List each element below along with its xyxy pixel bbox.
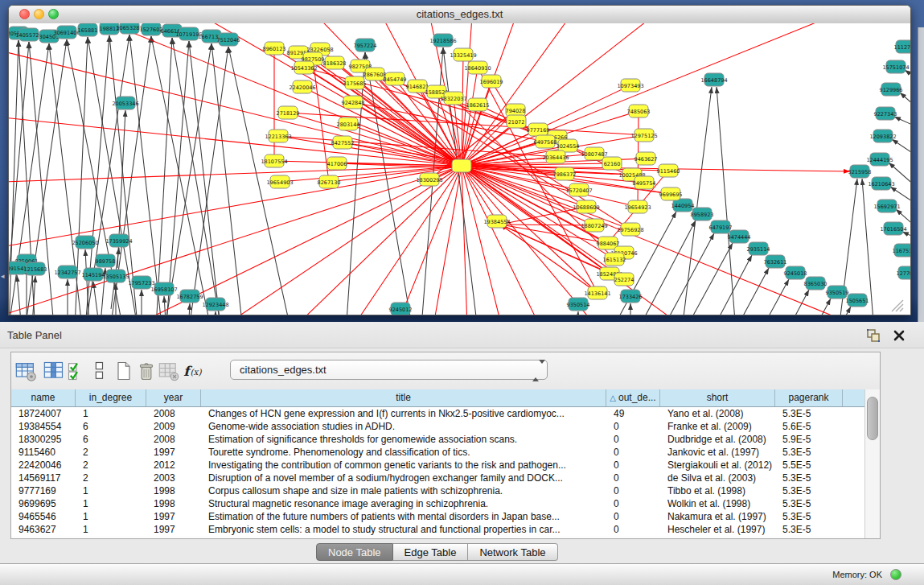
panel-collapse-arrow-icon[interactable]: ◂ <box>1 273 5 280</box>
graph-node[interactable]: 62160 <box>602 157 622 170</box>
graph-node[interactable] <box>452 159 471 172</box>
graph-node[interactable]: 6479197 <box>709 220 733 233</box>
graph-node[interactable]: 7957224 <box>354 39 377 51</box>
graph-node[interactable]: 17016504 <box>880 222 906 235</box>
column-header-in_degree[interactable]: in_degree <box>76 389 146 406</box>
graph-node[interactable]: 2935114 <box>747 242 770 255</box>
graph-node[interactable]: 7512046 <box>217 33 240 46</box>
tab-node-table[interactable]: Node Table <box>316 543 393 561</box>
graph-node[interactable]: 8960123 <box>263 42 286 55</box>
table-row[interactable]: 1456911722003Disruption of a novel membe… <box>11 472 867 484</box>
graph-node[interactable]: 8958923 <box>691 208 714 220</box>
column-header-year[interactable]: year <box>146 389 201 406</box>
graph-node[interactable]: 7986372 <box>553 167 577 180</box>
tab-network-table[interactable]: Network Table <box>468 543 557 561</box>
graph-node[interactable]: 25206050 <box>72 236 98 249</box>
window-titlebar[interactable]: citations_edges.txt <box>9 6 910 24</box>
graph-node[interactable]: 9350514 <box>567 298 590 311</box>
graph-node[interactable]: 9777169 <box>527 123 550 136</box>
graph-node[interactable]: 18107554 <box>261 154 287 167</box>
graph-node[interactable]: 989758 <box>96 254 116 267</box>
table-row[interactable]: 946554611997Estimation of the future num… <box>11 510 867 523</box>
table-options-icon[interactable] <box>14 360 37 382</box>
graph-node[interactable]: 1696019 <box>480 75 503 88</box>
graph-node[interactable]: 1505651 <box>846 294 869 307</box>
network-view-window[interactable]: citations_edges.txt 20551241405572430450… <box>8 5 911 315</box>
graph-node[interactable]: 252274 <box>614 273 634 286</box>
graph-node[interactable]: 417006 <box>327 157 347 170</box>
graph-node[interactable]: 3175685 <box>343 76 367 89</box>
graph-node[interactable]: 12923448 <box>202 298 228 311</box>
float-panel-icon[interactable] <box>866 328 881 343</box>
graph-node[interactable]: 165881 <box>78 23 98 36</box>
graph-node[interactable]: 13505135 <box>102 270 129 282</box>
show-columns-icon[interactable] <box>43 360 65 382</box>
graph-node[interactable]: 1862615 <box>466 98 490 111</box>
vertical-scrollbar[interactable] <box>864 389 880 538</box>
resize-grip-icon[interactable] <box>896 304 903 311</box>
table-row[interactable]: 1938455462009Genome-wide association stu… <box>11 420 867 433</box>
graph-node[interactable]: 1112753 <box>894 40 910 53</box>
graph-node[interactable]: 14055724 <box>15 28 42 41</box>
graph-node[interactable]: 2718129 <box>277 106 300 119</box>
graph-node[interactable]: 16958107 <box>150 282 177 295</box>
graph-node[interactable]: 9115460 <box>657 164 680 177</box>
graph-node[interactable]: 16210643 <box>868 177 894 190</box>
column-header-title[interactable]: title <box>201 389 606 406</box>
table-row[interactable]: 946362711997Embryonic stem cells: a mode… <box>11 523 867 536</box>
table-row[interactable]: 1830029562008Estimation of significance … <box>11 433 867 446</box>
table-row[interactable]: 911546021997Tourette syndrome. Phenomeno… <box>11 446 867 459</box>
close-panel-icon[interactable] <box>892 328 906 343</box>
graph-node[interactable]: 8267130 <box>318 175 341 188</box>
graph-node[interactable]: 16648794 <box>700 73 727 86</box>
column-header-short[interactable]: short <box>660 389 775 406</box>
graph-node[interactable]: 9242848 <box>342 96 365 109</box>
graph-node[interactable]: 7632611 <box>764 255 787 268</box>
graph-node[interactable]: 8186328 <box>323 56 347 69</box>
graph-node[interactable]: 20364436 <box>542 150 569 163</box>
graph-node[interactable]: 15751074 <box>882 60 909 73</box>
graph-node[interactable]: 22420046 <box>289 80 315 93</box>
graph-node[interactable]: 9129966 <box>880 83 903 96</box>
graph-node[interactable]: 18807249 <box>581 219 607 232</box>
graph-node[interactable]: 1615132 <box>603 253 626 266</box>
merge-rows-icon[interactable] <box>88 360 111 382</box>
graph-node[interactable]: 8454749 <box>384 72 407 85</box>
column-header-pagerank[interactable]: pagerank <box>775 389 843 406</box>
graph-node[interactable]: 9474444 <box>728 230 751 243</box>
graph-node[interactable]: 9245018 <box>784 266 807 279</box>
graph-node[interactable]: 17359924 <box>105 234 132 247</box>
function-builder-icon[interactable]: f(x) <box>182 360 204 382</box>
graph-node[interactable]: 14136141 <box>584 286 610 299</box>
graph-node[interactable]: 15692971 <box>873 200 900 212</box>
graph-node[interactable]: 2803144 <box>337 117 360 130</box>
graph-node[interactable]: 8365030 <box>804 277 827 290</box>
graph-node[interactable]: 18300295 <box>416 173 442 186</box>
graph-node[interactable]: 21072 <box>507 115 526 128</box>
graph-node[interactable]: 7485063 <box>627 105 651 117</box>
graph-node[interactable]: 9463627 <box>634 152 658 165</box>
graph-node[interactable]: 10688609 <box>573 200 599 213</box>
graph-node[interactable]: 1527602 <box>140 23 163 35</box>
new-column-icon[interactable] <box>113 360 135 382</box>
tab-edge-table[interactable]: Edge Table <box>393 543 469 561</box>
graph-node[interactable]: 8427552 <box>331 136 355 149</box>
delete-column-icon[interactable] <box>135 360 158 382</box>
graph-node[interactable]: 19654903 <box>266 175 293 188</box>
graph-node[interactable]: 12342757 <box>54 266 80 278</box>
graph-node[interactable]: 30691406 <box>53 26 80 39</box>
column-header-out_de[interactable]: △out_de... <box>606 389 660 406</box>
table-row[interactable]: 969969511998Structural magnetic resonanc… <box>11 497 867 510</box>
graph-node[interactable]: 20053346 <box>112 97 138 109</box>
graph-node[interactable]: 9699695 <box>659 187 683 200</box>
graph-node[interactable]: 1167533 <box>893 244 910 257</box>
graph-node[interactable]: 19756928 <box>617 223 643 236</box>
graph-node[interactable]: 12444195 <box>866 153 893 166</box>
table-row[interactable]: 1872400712008Changes of HCN gene express… <box>11 407 867 420</box>
graph-node[interactable]: 6497568 <box>534 135 557 148</box>
graph-node[interactable]: 13325419 <box>450 48 476 61</box>
graph-node[interactable]: 1145194 <box>82 268 105 281</box>
resize-grip-icon[interactable] <box>900 308 903 311</box>
graph-node[interactable]: 1733426 <box>619 290 643 303</box>
column-header-name[interactable]: name <box>11 389 76 406</box>
